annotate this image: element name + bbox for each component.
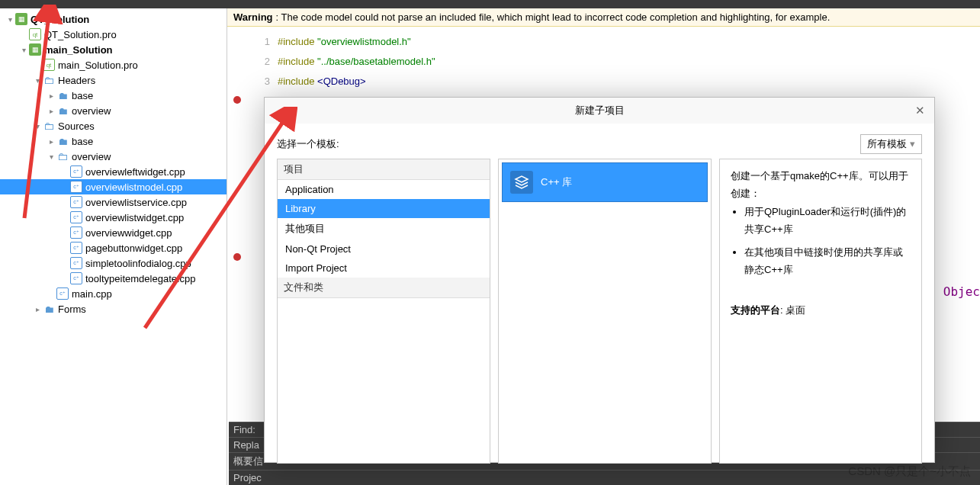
label: Forms [58,304,86,315]
close-icon[interactable]: ✕ [915,104,925,117]
platform-label: 支持的平台 [731,304,780,316]
tree-root[interactable]: ▦QT_Solution [0,11,227,27]
description-panel: 创建一个基于qmake的C++库。可以用于创建： 用于QPluginLoader… [719,159,922,464]
new-subproject-dialog: 新建子项目 ✕ 选择一个模板: 所有模板 项目 Application Libr… [264,97,935,463]
tree-folder[interactable]: 🖿base [0,133,227,149]
tree-pro-file[interactable]: qtmain_Solution.pro [0,57,227,72]
pro-icon: qt [43,59,55,71]
label: pagebuttonwidget.cpp [85,242,182,254]
warning-bar: Warning : The code model could not parse… [227,8,980,27]
description-title: 创建一个基于qmake的C++库。可以用于创建： [731,167,911,203]
description-item: 在其他项目中链接时使用的共享库或静态C++库 [744,243,911,279]
label: tooltypeitemdelegate.cpp [85,273,196,284]
tree-folder[interactable]: 🖿overview [0,103,227,118]
tree-file[interactable]: c⁺pagebuttonwidget.cpp [0,240,227,255]
label: overviewleftwidget.cpp [85,166,185,178]
folder-icon: 🖿 [43,303,55,315]
description-item: 用于QPluginLoader和运行时(插件)的共享C++库 [744,203,911,239]
tree-folder[interactable]: 🗀overview [0,149,227,164]
project-icon: ▦ [15,13,27,25]
include: <QDebug> [317,75,366,87]
label: overviewlistmodel.cpp [85,181,182,193]
pro-icon: qt [29,28,41,40]
code-fragment: Objec [943,284,980,299]
keyword: #include [278,75,317,87]
platform-value: : 桌面 [780,304,805,316]
folder-icon: 🖿 [56,104,69,117]
cpp-icon: c⁺ [70,211,82,223]
category-import[interactable]: Import Project [278,259,490,278]
category-list: 项目 Application Library 其他项目 Non-Qt Proje… [277,159,490,464]
tree-file[interactable]: c⁺overviewlistservice.cpp [0,194,227,210]
tree-file[interactable]: c⁺tooltypeitemdelegate.cpp [0,271,227,286]
cpp-icon: c⁺ [70,272,82,284]
library-icon [510,171,533,194]
category-other[interactable]: 其他项目 [278,218,490,239]
watermark: CSDN @只是个~小不点 [848,464,971,479]
warning-text: : The code model could not parse an incl… [276,11,831,23]
string: "overviewlistmodel.h" [317,36,411,47]
keyword: #include [278,36,317,47]
tree-forms-folder[interactable]: 🖿Forms [0,301,227,316]
label: overviewlistwidget.cpp [85,212,184,223]
label: base [72,136,93,147]
template-list: C++ 库 [498,159,712,464]
category-application[interactable]: Application [278,180,490,199]
tree-file[interactable]: c⁺overviewlistwidget.cpp [0,210,227,225]
label: base [72,90,93,101]
cpp-icon: c⁺ [70,257,82,269]
folder-icon: 🗀 [43,74,55,86]
project-icon: ▦ [29,43,41,56]
cpp-icon: c⁺ [70,196,82,208]
tree-headers-folder[interactable]: 🗀Headers [0,72,227,88]
folder-icon: 🖿 [56,89,69,101]
cpp-icon: c⁺ [70,165,82,178]
cpp-icon: c⁺ [70,242,82,254]
tree-file[interactable]: c⁺overviewwidget.cpp [0,225,227,240]
keyword: #include [278,56,317,67]
cpp-icon: c⁺ [70,181,82,193]
breakpoint-icon[interactable] [227,252,247,263]
tree-file-selected[interactable]: c⁺overviewlistmodel.cpp [0,179,227,194]
folder-icon: 🗀 [43,120,55,132]
project-tree: ▦QT_Solution qtQT_Solution.pro ▦main_Sol… [0,8,227,485]
template-cpp-library[interactable]: C++ 库 [502,162,708,202]
category-library[interactable]: Library [278,199,490,218]
cpp-icon: c⁺ [70,226,82,239]
label: QT_Solution.pro [44,29,117,40]
template-label: C++ 库 [541,175,572,189]
warning-label: Warning [233,11,273,23]
list-header: 项目 [278,159,490,180]
tree-file[interactable]: c⁺simpletoolinfodialog.cpp [0,255,227,271]
tree-pro-file[interactable]: qtQT_Solution.pro [0,27,227,42]
label: Sources [58,120,95,132]
tree-file[interactable]: c⁺overviewleftwidget.cpp [0,164,227,179]
label: simpletoolinfodialog.cpp [85,258,191,269]
template-label: 选择一个模板: [277,137,339,151]
label: overview [72,105,111,117]
line-number: 3 [247,75,278,87]
line-number: 2 [247,56,278,67]
folder-icon: 🗀 [56,150,69,162]
breakpoint-icon[interactable] [227,95,247,106]
label: main.cpp [72,288,112,300]
folder-icon: 🖿 [56,135,69,147]
tree-file[interactable]: c⁺main.cpp [0,286,227,301]
line-number: 1 [247,36,278,47]
dialog-title: 新建子项目 [575,104,625,117]
label: Headers [58,75,95,86]
cpp-icon: c⁺ [56,287,69,300]
label: QT_Solution [31,14,89,25]
tree-folder[interactable]: 🖿base [0,88,227,103]
label: main_Solution.pro [58,59,138,71]
category-nonqt[interactable]: Non-Qt Project [278,239,490,259]
label: overviewwidget.cpp [85,227,172,239]
label: overview [72,151,111,162]
list-header: 文件和类 [278,278,490,298]
label: overviewlistservice.cpp [85,197,187,208]
template-filter-dropdown[interactable]: 所有模板 [860,134,922,154]
tree-subproject[interactable]: ▦main_Solution [0,42,227,57]
label: main_Solution [44,44,113,56]
tree-sources-folder[interactable]: 🗀Sources [0,118,227,133]
string: "../base/basetablemodel.h" [317,56,435,67]
